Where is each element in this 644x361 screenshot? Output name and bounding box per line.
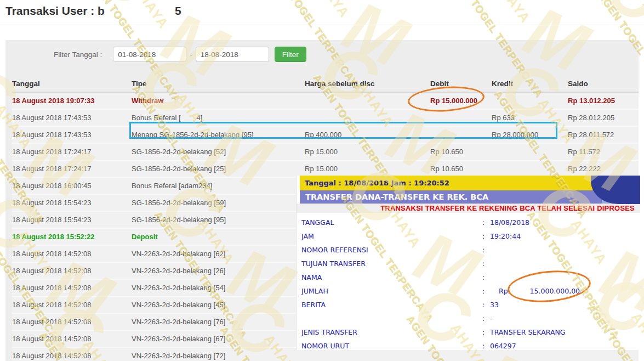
cell-kredit (492, 143, 568, 160)
filter-label: Filter Tanggal : (54, 50, 102, 59)
date-range-separator: - (190, 50, 192, 59)
field-label: JUMLAH (301, 287, 482, 295)
cell-tipe: SG-1856-2d-2d-belakang [95] (132, 211, 305, 228)
cell-saldo: Rp 13.012.205 (568, 92, 639, 109)
field-colon: : (482, 218, 490, 227)
cell-tipe: SG-1856-2d-2d-belakang [25] (132, 160, 305, 177)
cell-tipe: Withdraw (132, 92, 305, 109)
date-to-input[interactable] (196, 47, 269, 62)
field-label: NOMOR URUT (301, 342, 482, 350)
field-label: BERITA (301, 301, 482, 309)
page-title-text: Transaksi User : b (5, 4, 105, 17)
transfer-receipt: Tanggal : 18/08/2018 Jam : 19:20:52 TRAN… (297, 176, 640, 350)
field-value: - (490, 314, 640, 323)
cell-tanggal: 18 August 2018 15:54:23 (12, 211, 132, 228)
cell-harga: Rp 15.000 (305, 160, 430, 177)
receipt-status-message: TRANSAKSI TRANSFER KE REKENING BCA TELAH… (297, 204, 640, 213)
cell-tipe: VN-2263-2d-2d-belakang [67] (132, 330, 305, 347)
field-label: JAM (301, 232, 482, 240)
field-colon: : (482, 232, 490, 240)
cell-kredit (492, 160, 568, 177)
page-title: Transaksi User : b5 (5, 4, 644, 18)
cell-tanggal: 18 August 2018 14:52:08 (12, 262, 132, 279)
table-row: 18 August 2018 17:24:17SG-1856-2d-2d-bel… (12, 160, 639, 177)
cell-tanggal: 18 August 2018 17:24:17 (12, 160, 132, 177)
column-header-4: Kredit (492, 75, 568, 92)
column-header-2: Harga sebelum disc (305, 75, 430, 92)
cell-tanggal: 18 August 2018 17:43:53 (12, 109, 132, 126)
cell-tanggal: 18 August 2018 14:52:08 (12, 347, 132, 361)
receipt-field-row: BERITA:33 (301, 298, 640, 312)
cell-saldo: Rp 11.572 (568, 143, 639, 160)
field-colon: : (482, 342, 490, 350)
receipt-header-bar: TRANSFER DANA-TRANSFER KE REK. BCA (300, 190, 640, 204)
cell-tipe: VN-2263-2d-2d-belakang [26] (132, 262, 305, 279)
field-label: NAMA (301, 273, 482, 281)
column-header-5: Saldo (568, 75, 639, 92)
field-value: 064297 (490, 342, 640, 350)
cell-tipe: VN-2263-2d-2d-belakang [62] (132, 245, 305, 262)
cell-kredit (492, 92, 568, 109)
field-colon: : (482, 328, 490, 336)
column-header-1: Tipe (132, 75, 305, 92)
field-label: JENIS TRANSFER (301, 328, 482, 336)
field-colon: : (482, 260, 490, 268)
highlight-rectangle-annotation (129, 122, 557, 139)
receipt-field-row: NOMOR REFERENSI: (301, 243, 640, 257)
field-value: 18/08/2018 (490, 218, 640, 227)
cell-tipe: VN-2263-2d-2d-belakang [45] (132, 296, 305, 313)
receipt-field-row: TANGGAL:18/08/2018 (301, 216, 640, 229)
table-row: 18 August 2018 19:07:33WithdrawRp 15.000… (12, 92, 639, 109)
cell-tipe: Deposit (132, 228, 305, 245)
field-label: TANGGAL (301, 218, 482, 227)
receipt-field-row: :- (301, 312, 640, 325)
cell-tanggal: 18 August 2018 15:52:22 (12, 228, 132, 245)
field-colon: : (482, 273, 490, 281)
receipt-title-bar: Tanggal : 18/08/2018 Jam : 19:20:52 (300, 176, 640, 190)
cell-tanggal: 18 August 2018 14:52:08 (12, 313, 132, 330)
field-value: 33 (490, 301, 640, 309)
cell-saldo: Rp 28.012.205 (568, 109, 639, 126)
field-colon: : (482, 246, 490, 254)
cell-tanggal: 18 August 2018 19:07:33 (12, 92, 132, 109)
transactions-page: Transaksi User : b5 Filter Tanggal : - F… (0, 0, 644, 361)
cell-saldo: Rp 22.222 (568, 160, 639, 177)
column-header-0: Tanggal (12, 75, 132, 92)
cell-tipe: VN-2263-2d-2d-belakang [76] (132, 313, 305, 330)
cell-tipe: SG-1856-2d-2d-belakang [52] (132, 143, 305, 160)
cell-tanggal: 18 August 2018 14:52:08 (12, 296, 132, 313)
page-header: Transaksi User : b5 (0, 0, 644, 25)
cell-debit: Rp 10.650 (430, 143, 492, 160)
field-colon: : (482, 301, 490, 309)
field-value: TRANSFER SEKARANG (490, 328, 640, 336)
receipt-field-row: TUJUAN TRANSFER: (301, 257, 640, 270)
table-header-row: TanggalTipeHarga sebelum discDebitKredit… (12, 75, 639, 92)
cell-tipe: VN-2263-2d-2d-belakang [72] (132, 347, 305, 361)
cell-tanggal: 18 August 2018 17:43:53 (12, 126, 132, 143)
cell-debit: Rp 10.650 (430, 160, 492, 177)
table-row: 18 August 2018 17:24:17SG-1856-2d-2d-bel… (12, 143, 639, 160)
field-value: 19:20:44 (490, 232, 640, 240)
date-from-input[interactable] (113, 47, 186, 62)
cell-tanggal: 18 August 2018 15:54:23 (12, 194, 132, 211)
field-label: TUJUAN TRANSFER (301, 260, 482, 268)
receipt-field-row: JENIS TRANSFER:TRANSFER SEKARANG (301, 325, 640, 339)
cell-tanggal: 18 August 2018 17:24:17 (12, 143, 132, 160)
page-title-number: 5 (175, 4, 181, 17)
receipt-field-row: NOMOR URUT:064297 (301, 339, 640, 350)
filter-button[interactable]: Filter (275, 47, 306, 62)
field-colon: : (482, 314, 490, 323)
filter-bar: Filter Tanggal : - Filter (5, 40, 639, 62)
field-colon: : (482, 287, 490, 295)
cell-tipe: VN-2263-2d-2d-belakang [54] (132, 279, 305, 296)
cell-tipe: Bonus Referal [adam234] (132, 177, 305, 194)
cell-tanggal: 18 August 2018 16:00:45 (12, 177, 132, 194)
cell-saldo: Rp 28.011.572 (568, 126, 639, 143)
cell-tanggal: 18 August 2018 14:52:08 (12, 279, 132, 296)
cell-tipe: SG-1856-2d-2d-belakang [59] (132, 194, 305, 211)
cell-harga: Rp 15.000 (305, 143, 430, 160)
cell-tanggal: 18 August 2018 14:52:08 (12, 245, 132, 262)
receipt-field-row: JAM:19:20:44 (301, 229, 640, 243)
field-label: NOMOR REFERENSI (301, 246, 482, 254)
cell-tanggal: 18 August 2018 14:52:08 (12, 330, 132, 347)
